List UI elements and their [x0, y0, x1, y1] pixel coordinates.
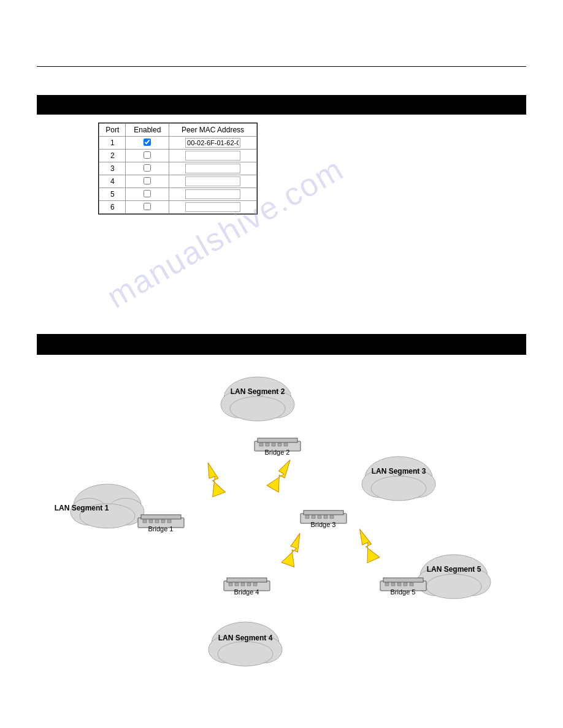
- svg-marker-58: [353, 526, 380, 563]
- port-num-3: 3: [99, 162, 126, 175]
- table-row: 2: [99, 150, 257, 162]
- svg-marker-56: [267, 457, 296, 493]
- lan3-label: LAN Segment 3: [372, 467, 426, 476]
- table-row: 1: [99, 137, 257, 150]
- mac-input-5[interactable]: [185, 189, 240, 199]
- svg-point-7: [230, 396, 285, 421]
- svg-rect-31: [272, 443, 275, 446]
- col-mac-header: Peer MAC Address: [169, 124, 257, 137]
- svg-rect-28: [258, 438, 297, 442]
- col-enabled-header: Enabled: [126, 124, 169, 137]
- port-num-6: 6: [99, 201, 126, 214]
- mac-input-1[interactable]: [185, 138, 240, 148]
- cloud-lan3: [362, 457, 435, 501]
- table-row: 5: [99, 188, 257, 201]
- port-num-2: 2: [99, 150, 126, 162]
- svg-rect-21: [141, 515, 181, 519]
- lightning-b1-b2: [201, 460, 225, 496]
- port-num-1: 1: [99, 137, 126, 150]
- mac-input-4[interactable]: [185, 176, 240, 186]
- svg-rect-38: [318, 515, 321, 518]
- port-mac-2[interactable]: [169, 150, 257, 162]
- svg-rect-49: [383, 578, 423, 582]
- checkbox-port-4[interactable]: [144, 177, 151, 184]
- cloud-lan4: [209, 622, 282, 666]
- lightning-b2-b3: [267, 457, 296, 493]
- section1-header-bar: [37, 95, 526, 115]
- table-row: 4: [99, 175, 257, 188]
- svg-rect-23: [149, 520, 153, 523]
- svg-rect-45: [241, 583, 245, 586]
- svg-rect-24: [155, 520, 159, 523]
- svg-rect-47: [253, 583, 257, 586]
- svg-rect-26: [167, 520, 171, 523]
- port-enabled-2[interactable]: [126, 150, 169, 162]
- lan5-label: LAN Segment 5: [427, 565, 481, 574]
- mac-input-6[interactable]: [185, 202, 240, 212]
- port-mac-3[interactable]: [169, 162, 257, 175]
- port-num-4: 4: [99, 175, 126, 188]
- svg-rect-40: [330, 515, 334, 518]
- cloud-lan2: [221, 377, 294, 421]
- port-table-container: Port Enabled Peer MAC Address 123456: [98, 123, 258, 214]
- svg-rect-44: [235, 583, 239, 586]
- svg-rect-52: [397, 583, 401, 586]
- lightning-b3-b5: [353, 526, 380, 563]
- svg-rect-30: [266, 443, 269, 446]
- svg-rect-33: [284, 443, 288, 446]
- svg-rect-43: [229, 583, 232, 586]
- network-diagram: LAN Segment 1 LAN Segment 2 LAN Segment …: [37, 358, 526, 714]
- bridge4-label: Bridge 4: [234, 588, 259, 596]
- mac-input-3[interactable]: [185, 164, 240, 173]
- table-row: 6: [99, 201, 257, 214]
- lan1-label: LAN Segment 1: [55, 504, 109, 512]
- svg-rect-54: [410, 583, 413, 586]
- table-row: 3: [99, 162, 257, 175]
- svg-rect-39: [324, 515, 327, 518]
- svg-point-15: [218, 642, 273, 666]
- mac-input-2[interactable]: [185, 151, 240, 161]
- port-enabled-5[interactable]: [126, 188, 169, 201]
- svg-point-11: [371, 476, 426, 501]
- port-config-table: Port Enabled Peer MAC Address 123456: [99, 123, 257, 214]
- svg-rect-29: [259, 443, 263, 446]
- checkbox-port-1[interactable]: [144, 138, 151, 146]
- lan2-label: LAN Segment 2: [231, 387, 285, 396]
- section2-bottom-bar: [37, 354, 526, 355]
- svg-rect-42: [227, 578, 267, 582]
- port-num-5: 5: [99, 188, 126, 201]
- svg-marker-57: [282, 531, 305, 567]
- lan4-label: LAN Segment 4: [218, 634, 273, 642]
- port-enabled-3[interactable]: [126, 162, 169, 175]
- svg-rect-50: [385, 583, 389, 586]
- svg-rect-53: [404, 583, 407, 586]
- checkbox-port-6[interactable]: [144, 203, 151, 210]
- svg-rect-37: [312, 515, 315, 518]
- port-enabled-1[interactable]: [126, 137, 169, 150]
- bridge2-label: Bridge 2: [265, 449, 290, 456]
- diagram-svg: LAN Segment 1 LAN Segment 2 LAN Segment …: [37, 358, 527, 696]
- top-divider: [37, 66, 526, 67]
- svg-rect-51: [391, 583, 395, 586]
- port-mac-4[interactable]: [169, 175, 257, 188]
- bridge5-label: Bridge 5: [391, 588, 416, 596]
- col-port-header: Port: [99, 124, 126, 137]
- svg-rect-25: [161, 520, 165, 523]
- cloud-lan5: [417, 555, 491, 599]
- port-enabled-6[interactable]: [126, 201, 169, 214]
- bridge3-label: Bridge 3: [311, 521, 336, 528]
- checkbox-port-2[interactable]: [144, 151, 151, 159]
- section2-header-bar: [37, 334, 526, 354]
- checkbox-port-3[interactable]: [144, 164, 151, 172]
- port-mac-6[interactable]: [169, 201, 257, 214]
- lightning-b3-b4: [282, 531, 305, 567]
- svg-rect-35: [304, 510, 343, 515]
- svg-rect-46: [247, 583, 251, 586]
- svg-rect-32: [278, 443, 282, 446]
- svg-point-19: [426, 574, 481, 599]
- port-mac-1[interactable]: [169, 137, 257, 150]
- port-mac-5[interactable]: [169, 188, 257, 201]
- port-enabled-4[interactable]: [126, 175, 169, 188]
- bridge1-label: Bridge 1: [148, 525, 174, 533]
- checkbox-port-5[interactable]: [144, 190, 151, 197]
